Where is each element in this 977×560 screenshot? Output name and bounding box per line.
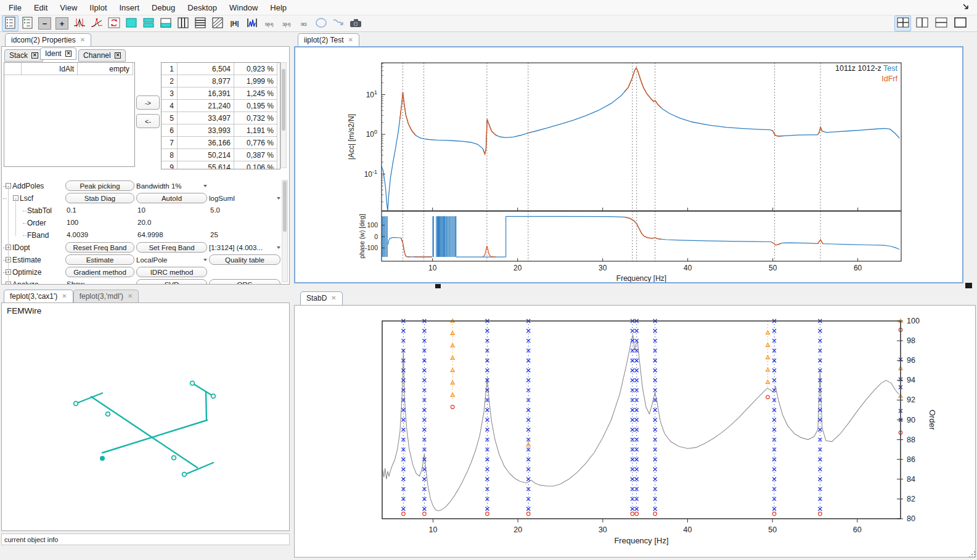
close-icon[interactable]: ✕ xyxy=(348,37,353,43)
pole-table[interactable]: 16,5040,923 %28,9771,999 %316,3911,245 %… xyxy=(161,62,280,169)
tab-iiplot-test[interactable]: iiplot(2) Test ✕ xyxy=(298,33,359,47)
view-waterfall-icon[interactable] xyxy=(209,15,226,31)
layout-grid-button[interactable] xyxy=(894,15,911,31)
fem-wireframe-view[interactable] xyxy=(2,303,289,530)
dropdown-value: logSumI xyxy=(209,195,273,202)
menu-item-iiplot[interactable]: IIplot xyxy=(83,1,113,15)
layout-rows-button[interactable] xyxy=(933,15,949,31)
menu-item-file[interactable]: File xyxy=(2,1,28,15)
prop-button-quality-table[interactable]: Quality table xyxy=(209,254,280,265)
frf-9h-icon[interactable]: 9(H) xyxy=(261,15,277,31)
dock-arrow-icon[interactable] xyxy=(962,3,970,12)
pole-table-row[interactable]: 736,1660,776 % xyxy=(161,137,280,149)
tab-stabd[interactable]: StabD ✕ xyxy=(300,291,343,305)
sash-grip[interactable] xyxy=(435,284,441,288)
move-right-button[interactable]: -> xyxy=(136,95,160,110)
pole-table-row[interactable]: 421,2400,195 % xyxy=(161,100,280,112)
prop-button-ods[interactable]: ODS xyxy=(209,279,280,285)
view-surface-icon[interactable] xyxy=(123,15,139,31)
close-icon[interactable]: ✕ xyxy=(331,295,336,301)
order-tick-label: 88 xyxy=(907,436,915,444)
prop-dropdown-localpole[interactable]: LocalPole xyxy=(136,254,207,265)
resize-grip[interactable] xyxy=(968,550,976,559)
menu-item-view[interactable]: View xyxy=(54,1,83,15)
pole-table-row[interactable]: 633,9931,191 % xyxy=(161,124,280,137)
pole-table-row[interactable]: 533,4970,732 % xyxy=(161,112,280,124)
subtab-stack[interactable]: Stack✕ xyxy=(4,49,43,62)
pole-table-cell: 16,391 xyxy=(178,87,234,100)
close-icon[interactable]: ✕ xyxy=(115,52,121,59)
pole-table-scrollbar[interactable] xyxy=(280,62,287,168)
prop-button-svd[interactable]: SVD xyxy=(136,279,207,285)
prop-button-stab-diag[interactable]: Stab Diag xyxy=(65,193,134,203)
subtab-channel[interactable]: Channel✕ xyxy=(78,49,126,62)
prop-button-peak-picking[interactable]: Peak picking xyxy=(65,181,134,191)
view-split-icon[interactable] xyxy=(140,15,157,31)
prop-dropdown--1-3124-4-003-[interactable]: [1:3124] (4.003... xyxy=(209,242,280,253)
idalt-table[interactable]: IdAltempty xyxy=(4,62,135,167)
scrollbar-thumb[interactable] xyxy=(282,69,285,131)
close-icon[interactable]: ✕ xyxy=(128,293,133,299)
tab-feplot-3-cax1-[interactable]: feplot(3,'cax1')✕ xyxy=(4,290,73,303)
pole-table-row[interactable]: 28,9771,999 % xyxy=(161,75,280,87)
tree-guide xyxy=(23,211,27,211)
view-rows-icon[interactable] xyxy=(192,15,208,31)
prop-dropdown-logsumi[interactable]: logSumI xyxy=(209,193,280,203)
prop-button-idrc-method[interactable]: IDRC method xyxy=(136,267,207,277)
close-icon[interactable]: ✕ xyxy=(65,51,72,57)
pole-table-cell: 33,993 xyxy=(178,124,234,137)
refresh-icon[interactable] xyxy=(105,15,122,31)
menu-item-window[interactable]: Window xyxy=(223,1,264,15)
line-pick-icon[interactable] xyxy=(330,15,346,31)
snapshot-icon[interactable] xyxy=(347,15,364,31)
sash-grip[interactable] xyxy=(965,283,972,288)
prop-button-autoid[interactable]: AutoId xyxy=(136,193,207,203)
prop-button-gradient-method[interactable]: Gradient method xyxy=(65,267,134,277)
zoom-in-button[interactable]: + xyxy=(54,15,70,31)
tree-guide xyxy=(3,248,7,248)
pole-table-row[interactable]: 16,5040,923 % xyxy=(161,63,280,75)
wireframe-beam xyxy=(102,420,207,453)
tree-guide xyxy=(3,186,7,187)
peak-picking-icon[interactable] xyxy=(71,15,88,31)
prop-dropdown-bandwidth-1-[interactable]: Bandwidth 1% xyxy=(136,181,207,191)
close-icon[interactable]: ✕ xyxy=(80,37,85,43)
view-columns-icon[interactable] xyxy=(174,15,191,31)
subtab-ident[interactable]: Ident✕ xyxy=(40,47,76,60)
pole-table-row[interactable]: 850,2140,387 % xyxy=(161,149,280,161)
frf-9t3-icon[interactable]: 9t3 xyxy=(295,15,312,31)
prop-scrollbar[interactable] xyxy=(282,180,288,282)
close-icon[interactable]: ✕ xyxy=(62,293,67,299)
pole-table-row[interactable]: 316,3911,245 % xyxy=(161,87,280,100)
channel-properties-icon[interactable] xyxy=(19,15,36,31)
layout-single-button[interactable] xyxy=(952,15,968,31)
tab-idcom-properties[interactable]: idcom(2) Properties ✕ xyxy=(5,33,91,47)
view-bottom-icon[interactable] xyxy=(157,15,174,31)
menu-item-edit[interactable]: Edit xyxy=(28,1,54,15)
dropdown-value: Bandwidth 1% xyxy=(136,182,200,190)
pole-marker-icon[interactable] xyxy=(88,15,105,31)
zoom-out-button[interactable]: − xyxy=(36,15,53,31)
scrollbar-thumb[interactable] xyxy=(283,181,287,232)
tab-feplot-3-mdl-[interactable]: feplot(3,'mdl')✕ xyxy=(73,290,139,303)
menu-item-desktop[interactable]: Desktop xyxy=(181,1,223,15)
curve-properties-icon[interactable] xyxy=(2,15,18,31)
menu-item-debug[interactable]: Debug xyxy=(145,1,181,15)
prop-button-set-freq-band[interactable]: Set Freq Band xyxy=(136,242,207,253)
phase-frf-icon[interactable] xyxy=(243,15,260,31)
prop-button-estimate[interactable]: Estimate xyxy=(65,254,134,265)
frf-3h-icon[interactable]: 3(H) xyxy=(278,15,295,31)
menu-item-insert[interactable]: Insert xyxy=(113,1,146,15)
move-left-button[interactable]: <- xyxy=(136,114,160,128)
circle-select-icon[interactable] xyxy=(313,15,329,31)
freq-tick-label: 40 xyxy=(684,264,692,272)
prop-button-reset-freq-band[interactable]: Reset Freq Band xyxy=(65,242,134,253)
frf-plot[interactable]: 10110010-11020304050601000-100|Acc| [m/s… xyxy=(295,47,962,282)
prop-row-estimate: +EstimateEstimateLocalPoleQuality table xyxy=(2,254,282,266)
stabilization-diagram[interactable]: 80828486889092949698100Order102030405060… xyxy=(295,306,975,557)
menu-item-help[interactable]: Help xyxy=(264,1,293,15)
abs-frf-icon[interactable]: |H| xyxy=(226,15,243,31)
layout-columns-button[interactable] xyxy=(914,15,930,31)
pole-table-row[interactable]: 955,6140,106 % xyxy=(161,161,280,169)
close-icon[interactable]: ✕ xyxy=(31,52,38,59)
